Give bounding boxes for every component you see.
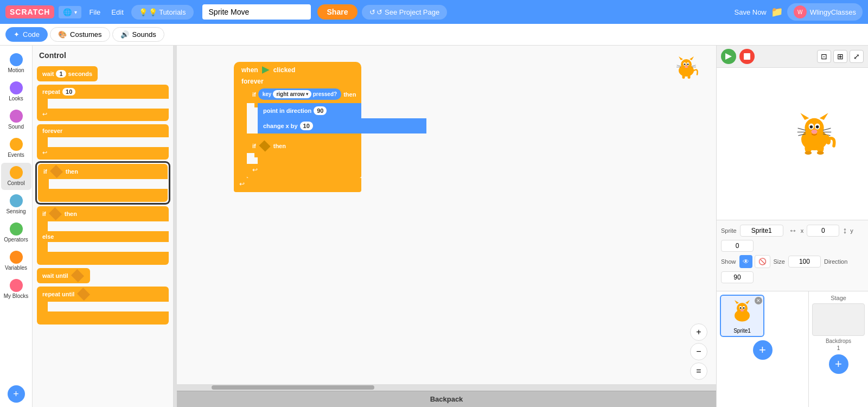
repeat-until-block[interactable]: repeat until _ xyxy=(37,287,169,325)
user-menu-button[interactable]: W WlingyClasses xyxy=(787,3,863,21)
x-label: x xyxy=(801,227,804,234)
forever-bottom: ↩ xyxy=(234,178,361,192)
add-backdrop-button[interactable]: + xyxy=(829,354,848,374)
scratch-logo[interactable]: SCRATCH xyxy=(5,5,54,18)
svg-point-33 xyxy=(817,151,824,155)
x-arrows-icon: ↔ xyxy=(789,226,797,236)
hide-eye-button[interactable]: 🚫 xyxy=(755,255,770,268)
add-extension-button[interactable]: + xyxy=(8,385,25,403)
tab-costumes[interactable]: 🎨 Costumes xyxy=(50,27,110,42)
small-stage-button[interactable]: ⊡ xyxy=(817,50,831,63)
variables-dot xyxy=(10,251,23,264)
sidebar-item-motion[interactable]: Motion xyxy=(1,50,31,77)
backpack-bar[interactable]: Backpack xyxy=(177,391,716,407)
sidebar-item-operators[interactable]: Operators xyxy=(1,219,31,246)
size-label: Size xyxy=(774,258,785,265)
add-sprite-area: + xyxy=(720,340,805,360)
svg-point-6 xyxy=(684,63,686,65)
project-name-input[interactable] xyxy=(202,4,311,20)
if2-top[interactable]: if then xyxy=(247,139,361,153)
sidebar-item-control[interactable]: Control xyxy=(1,163,31,190)
stop-button[interactable] xyxy=(739,49,755,64)
sprite-delete-button[interactable]: ✕ xyxy=(755,297,762,304)
tab-sounds[interactable]: 🔊 Sounds xyxy=(112,27,164,42)
share-button[interactable]: Share xyxy=(317,4,358,20)
control-dot xyxy=(10,166,23,179)
zoom-in-button[interactable]: + xyxy=(690,323,707,341)
control-label: Control xyxy=(7,180,24,187)
green-flag-inline xyxy=(262,66,270,74)
stage-backdrop-thumb[interactable] xyxy=(812,303,865,336)
wait-until-block[interactable]: wait until xyxy=(37,268,169,283)
forever-top[interactable]: forever xyxy=(234,74,361,85)
key-condition[interactable]: key right arrow ▾ pressed? xyxy=(258,88,341,100)
show-label: Show xyxy=(721,258,736,265)
code-icon: ✦ xyxy=(14,30,20,39)
myblocks-label: My Blocks xyxy=(4,293,29,300)
code-block-group[interactable]: when clicked forever if xyxy=(234,62,361,192)
if-else-block[interactable]: if then else _ xyxy=(37,206,169,265)
sidebar-item-sensing[interactable]: Sensing xyxy=(1,191,31,218)
avatar: W xyxy=(794,5,807,18)
when-flag-hat[interactable]: when clicked xyxy=(234,62,361,74)
x-input[interactable] xyxy=(807,225,839,237)
tutorials-button[interactable]: 💡 💡 Tutorials xyxy=(131,5,194,20)
forever-block[interactable]: forever ↩ xyxy=(37,124,169,160)
repeat-block[interactable]: repeat 10 ↩ xyxy=(37,85,169,121)
sidebar-item-events[interactable]: Events xyxy=(1,135,31,162)
blocks-panel: Control wait 1 seconds repeat 10 ↩ xyxy=(33,46,174,407)
change-x-block[interactable]: change x by 10 xyxy=(258,118,361,133)
fullscreen-button[interactable]: ⤢ xyxy=(850,50,864,63)
if2-condition-placeholder xyxy=(259,140,270,151)
svg-line-9 xyxy=(677,65,681,66)
motion-label: Motion xyxy=(8,67,24,74)
stage-view xyxy=(717,68,868,220)
save-now-button[interactable]: Save Now xyxy=(735,8,767,16)
wait-block[interactable]: wait 1 seconds xyxy=(37,66,169,81)
edit-menu-button[interactable]: Edit xyxy=(108,6,126,18)
see-project-button[interactable]: ↺ ↺ See Project Page xyxy=(362,5,447,20)
scroll-thumb[interactable] xyxy=(212,385,374,390)
horizontal-scrollbar[interactable] xyxy=(177,384,716,391)
right-arrow-dropdown[interactable]: right arrow ▾ xyxy=(273,90,311,98)
sprite-name-input[interactable] xyxy=(740,225,783,237)
globe-button[interactable]: 🌐 ▾ xyxy=(59,6,81,18)
sidebar-item-myblocks[interactable]: My Blocks xyxy=(1,276,31,303)
add-sprite-button[interactable]: + xyxy=(753,340,773,360)
if-then-block[interactable]: if then _ xyxy=(37,163,169,203)
svg-point-36 xyxy=(737,303,748,314)
add-backdrop-area: + xyxy=(812,354,865,374)
folder-icon-button[interactable]: 📁 xyxy=(771,6,783,18)
svg-point-16 xyxy=(805,118,824,137)
direction-input-field[interactable] xyxy=(721,271,754,283)
svg-point-21 xyxy=(810,125,813,129)
tab-code[interactable]: ✦ Code xyxy=(5,27,48,42)
svg-rect-14 xyxy=(688,75,691,79)
lightbulb-icon: 💡 xyxy=(139,8,148,16)
y-input[interactable] xyxy=(721,240,754,252)
change-x-input[interactable]: 10 xyxy=(300,122,313,130)
sidebar-item-looks[interactable]: Looks xyxy=(1,78,31,105)
sidebar-item-sound[interactable]: Sound xyxy=(1,106,31,133)
full-stage-button[interactable]: ⊞ xyxy=(833,50,847,63)
svg-point-32 xyxy=(805,151,812,155)
point-direction-block[interactable]: point in direction 90 xyxy=(258,103,361,118)
show-toggle: 👁 🚫 xyxy=(739,255,770,268)
green-flag-button[interactable] xyxy=(721,49,736,64)
motion-dot xyxy=(10,53,23,66)
stage-cat-sprite xyxy=(793,111,836,156)
zoom-out-button[interactable]: − xyxy=(690,343,707,360)
if-then-code-block[interactable]: if key right arrow ▾ pressed? then xyxy=(247,85,361,103)
svg-point-8 xyxy=(685,66,688,68)
sprite-card[interactable]: ✕ Sprite1 xyxy=(720,295,764,337)
code-canvas[interactable]: when clicked forever if xyxy=(177,46,716,407)
if-block-container: if key right arrow ▾ pressed? then xyxy=(247,85,361,178)
show-eye-button[interactable]: 👁 xyxy=(739,255,752,268)
direction-input[interactable]: 90 xyxy=(314,106,327,115)
events-dot xyxy=(10,138,23,151)
subtabs-bar: ✦ Code 🎨 Costumes 🔊 Sounds xyxy=(0,24,868,46)
size-input[interactable] xyxy=(788,256,821,268)
sidebar-item-variables[interactable]: Variables xyxy=(1,247,31,275)
file-menu-button[interactable]: File xyxy=(86,6,104,18)
zoom-reset-button[interactable]: = xyxy=(690,363,707,380)
